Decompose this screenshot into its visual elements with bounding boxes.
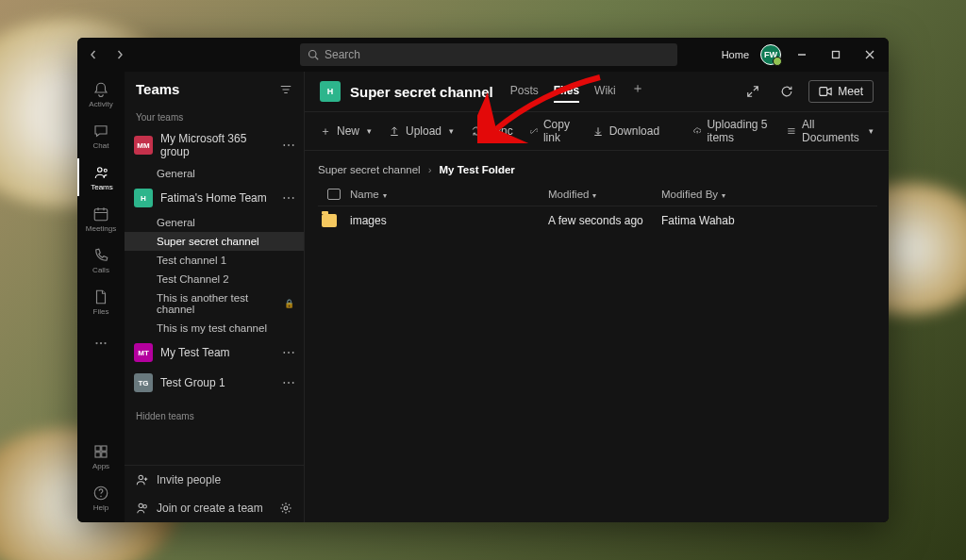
team-more-button[interactable]: ⋯ [282,376,296,389]
upload-button[interactable]: Upload▾ [389,124,454,138]
channel-item[interactable]: General [125,164,304,183]
invite-people-button[interactable]: Invite people [125,466,304,494]
join-create-team-button[interactable]: Join or create a team [125,494,304,522]
team-more-button[interactable]: ⋯ [282,346,296,359]
channel-item-active[interactable]: Super secret channel [125,232,304,251]
team-badge: H [134,189,153,207]
avatar[interactable]: FW [760,44,781,65]
back-button[interactable] [83,44,104,65]
cell-name: images [350,214,548,227]
team-name: Test Group 1 [160,376,275,389]
minimize-button[interactable] [789,43,815,66]
team-row[interactable]: H Fatima's Home Team ⋯ [125,183,304,213]
breadcrumb-current: My Test Folder [440,164,515,175]
team-row[interactable]: MM My Microsoft 365 group ⋯ [125,126,304,164]
team-more-button[interactable]: ⋯ [282,139,296,152]
team-more-button[interactable]: ⋯ [282,191,296,205]
rail-more[interactable] [77,324,125,362]
tab-wiki[interactable]: Wiki [594,80,616,103]
tab-files[interactable]: Files [554,80,579,103]
expand-button[interactable] [741,79,765,104]
search-icon [308,49,319,60]
hidden-teams-label[interactable]: Hidden teams [125,405,304,425]
chevron-down-icon: ▾ [722,191,725,200]
rail-calls[interactable]: Calls [77,241,125,279]
team-badge: MT [134,343,153,362]
content-pane: H Super secret channel Posts Files Wiki … [304,72,889,522]
channel-item[interactable]: General [125,213,304,232]
teams-pane-title: Teams [136,81,179,97]
col-name-header[interactable]: Name▾ [350,189,548,200]
list-icon [787,125,796,137]
channel-header: H Super secret channel Posts Files Wiki … [305,72,889,111]
team-badge: MM [134,136,153,155]
folder-type-icon [327,189,341,200]
svg-point-5 [95,342,97,344]
svg-point-14 [139,475,142,479]
breadcrumb-root[interactable]: Super secret channel [318,164,421,175]
channel-item[interactable]: Test Channel 2 [125,270,304,288]
close-button[interactable] [857,43,883,66]
svg-point-0 [309,51,317,58]
channel-item[interactable]: Test channel 1 [125,251,304,270]
gear-icon[interactable] [279,502,292,515]
refresh-button[interactable] [774,79,799,104]
svg-rect-8 [95,446,100,451]
copy-link-button[interactable]: Copy link [530,118,575,144]
add-tab-button[interactable]: ＋ [631,80,644,103]
breadcrumb-sep: › [428,164,432,175]
lock-icon: 🔒 [284,299,294,308]
org-label[interactable]: Home [722,49,749,60]
rail-activity[interactable]: Activity [77,75,125,113]
rail-meetings[interactable]: Meetings [77,200,125,238]
new-button[interactable]: ＋ New▾ [320,124,372,140]
channel-badge: H [320,81,341,102]
svg-rect-1 [833,52,840,58]
rail-teams[interactable]: Teams [77,158,125,196]
cell-modifiedby: Fatima Wahab [661,214,877,227]
table-row[interactable]: images A few seconds ago Fatima Wahab [318,206,877,235]
teams-app-window: Search Home FW Activity Chat Teams Meeti… [77,38,889,522]
forward-button[interactable] [109,44,130,65]
cloud-upload-icon [693,125,701,137]
team-name: My Test Team [160,346,275,359]
rail-apps[interactable]: Apps [77,437,125,475]
team-row[interactable]: MT My Test Team ⋯ [125,338,304,368]
link-icon [530,125,538,137]
chevron-down-icon: ▾ [869,126,874,136]
files-toolbar: ＋ New▾ Upload▾ Sync Copy link Download U… [305,111,889,151]
table-header: Name▾ Modified▾ Modified By▾ [318,175,877,206]
titlebar: Search Home FW [77,38,889,72]
folder-icon [322,214,337,227]
files-area: Super secret channel › My Test Folder Na… [305,151,889,522]
your-teams-label: Your teams [125,107,304,126]
meet-button[interactable]: Meet [808,80,874,103]
uploading-status[interactable]: Uploading 5 items [693,118,770,144]
tab-posts[interactable]: Posts [510,80,539,103]
sync-button[interactable]: Sync [471,124,513,138]
search-input[interactable]: Search [300,43,677,66]
view-selector[interactable]: All Documents▾ [787,118,874,144]
channel-item[interactable]: This is another test channel🔒 [125,288,304,319]
team-badge: TG [134,373,153,392]
rail-help[interactable]: Help [77,479,125,517]
sync-icon [471,125,482,137]
rail-files[interactable]: Files [77,283,125,321]
svg-rect-9 [102,446,107,451]
svg-point-17 [284,506,288,510]
filter-button[interactable] [279,83,292,96]
breadcrumb: Super secret channel › My Test Folder [318,164,877,175]
download-button[interactable]: Download [592,124,659,138]
col-modified-header[interactable]: Modified▾ [548,189,661,200]
chevron-down-icon: ▾ [592,191,596,200]
col-modifiedby-header[interactable]: Modified By▾ [661,189,877,200]
channel-item[interactable]: This is my test channel [125,319,304,338]
team-row[interactable]: TG Test Group 1 ⋯ [125,368,304,398]
svg-point-15 [139,503,142,507]
maximize-button[interactable] [823,43,849,66]
app-rail: Activity Chat Teams Meetings Calls Files… [77,72,125,522]
svg-rect-4 [94,208,108,220]
svg-point-6 [100,342,102,344]
rail-chat[interactable]: Chat [77,117,125,155]
svg-point-13 [100,495,102,497]
